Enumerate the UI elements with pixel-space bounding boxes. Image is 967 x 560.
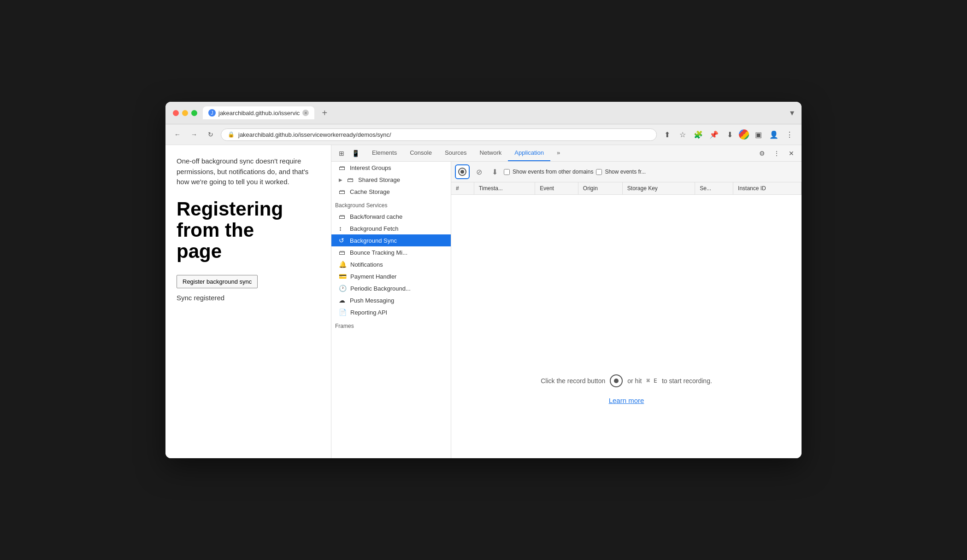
cache-icon: 🗃 [339,213,346,220]
nav-bar: ← → ↻ 🔒 jakearchibald.github.io/isservic… [165,124,802,145]
sidebar-item-bounce-tracking[interactable]: 🗃 Bounce Tracking Mi... [331,246,451,258]
inspect-element-button[interactable]: ⊞ [335,147,348,160]
clear-button[interactable]: ⊘ [472,165,485,178]
tab-application[interactable]: Application [508,145,550,161]
title-bar: J jakearchibald.github.io/isservic × + ▾ [165,102,802,124]
fetch-icon: ↕ [339,225,346,232]
traffic-lights [173,110,197,116]
database-icon: 🗃 [347,176,354,183]
events-table: # Timesta... Event Origin Storage Key Se… [451,182,802,321]
sidebar-item-notifications[interactable]: 🔔 Notifications [331,258,451,270]
devtools-sidebar: 🗃 Interest Groups ▶ 🗃 Shared Storage 🗃 C… [331,162,451,458]
refresh-button[interactable]: ↻ [204,128,217,141]
sync-icon: ↺ [339,237,346,244]
extension-button[interactable]: 🧩 [692,128,705,141]
empty-state-description: Click the record button or hit ⌘ E to st… [541,374,712,387]
pin-button[interactable]: 📌 [708,128,720,141]
device-toggle-button[interactable]: 📱 [349,147,362,160]
google-account-button[interactable] [739,129,749,140]
address-bar[interactable]: 🔒 jakearchibald.github.io/isserviceworke… [221,128,657,141]
database-icon: 🗃 [339,164,346,171]
close-button[interactable] [173,110,179,116]
col-number: # [451,182,474,195]
tab-network[interactable]: Network [473,145,508,161]
sidebar-item-shared-storage[interactable]: ▶ 🗃 Shared Storage [331,174,451,186]
share-button[interactable]: ⬆ [660,128,673,141]
nav-actions: ⬆ ☆ 🧩 📌 ⬇ ▣ 👤 ⋮ [660,128,796,141]
database-icon: 🗃 [339,188,346,195]
frames-header: Frames [331,318,451,331]
sidebar-item-background-sync[interactable]: ↺ Background Sync [331,234,451,246]
sidebar-toggle-button[interactable]: ▣ [752,128,765,141]
tab-title: jakearchibald.github.io/isservic [218,110,300,117]
minimize-button[interactable] [182,110,188,116]
background-services-header: Background Services [331,198,451,210]
devtools-right-buttons: ⚙ ⋮ ✕ [755,147,798,160]
sidebar-item-periodic-background[interactable]: 🕐 Periodic Background... [331,282,451,294]
menu-button[interactable]: ⋮ [783,128,796,141]
show-events-2-checkbox-group: Show events fr... [596,169,646,175]
sidebar-item-push-messaging[interactable]: ☁ Push Messaging [331,294,451,306]
tab-elements[interactable]: Elements [366,145,403,161]
lock-icon: 🔒 [228,131,235,138]
more-options-button[interactable]: ⋮ [770,147,783,160]
show-events-2-checkbox[interactable] [596,169,602,175]
sidebar-item-backforward-cache[interactable]: 🗃 Back/forward cache [331,210,451,222]
col-event: Event [535,182,578,195]
tab-favicon: J [208,109,216,117]
show-events-checkbox-group: Show events from other domains [504,169,593,175]
profile-button[interactable]: 👤 [767,128,780,141]
show-events-checkbox[interactable] [504,169,510,175]
push-icon: ☁ [339,297,346,304]
tab-more[interactable]: » [550,145,566,161]
col-origin: Origin [578,182,622,195]
download-button[interactable]: ⬇ [723,128,736,141]
tab-dropdown-button[interactable]: ▾ [790,108,794,118]
main-content: One-off background sync doesn't require … [165,145,802,458]
tab-bar: J jakearchibald.github.io/isservic × + ▾ [203,106,794,119]
empty-state-text3: to start recording. [662,377,712,385]
tab-close-button[interactable]: × [302,110,309,116]
keyboard-shortcut: ⌘ E [646,377,657,384]
tab-console[interactable]: Console [403,145,438,161]
panel-content: ⊘ ⬇ Show events from other domains Show … [451,162,802,458]
col-se: Se... [695,182,733,195]
sidebar-item-payment-handler[interactable]: 💳 Payment Handler [331,270,451,282]
col-instance-id: Instance ID [733,182,802,195]
devtools-toolbar: ⊞ 📱 Elements Console Sources Network [331,145,802,162]
webpage-description: One-off background sync doesn't require … [177,156,320,187]
sidebar-item-cache-storage[interactable]: 🗃 Cache Storage [331,186,451,198]
show-events-2-label: Show events fr... [605,169,646,175]
empty-state-text2: or hit [627,377,642,385]
sidebar-item-interest-groups[interactable]: 🗃 Interest Groups [331,162,451,174]
new-tab-button[interactable]: + [318,106,331,119]
maximize-button[interactable] [191,110,197,116]
show-events-label: Show events from other domains [513,169,593,175]
tab-sources[interactable]: Sources [438,145,473,161]
bookmark-button[interactable]: ☆ [676,128,689,141]
record-button-dot [460,170,464,174]
forward-button[interactable]: → [188,128,200,141]
reporting-icon: 📄 [339,309,347,316]
settings-button[interactable]: ⚙ [755,147,768,160]
close-devtools-button[interactable]: ✕ [785,147,798,160]
empty-state-text1: Click the record button [541,377,605,385]
panel-toolbar: ⊘ ⬇ Show events from other domains Show … [451,162,802,182]
periodic-icon: 🕐 [339,285,347,292]
sync-status-text: Sync registered [177,294,320,302]
active-tab[interactable]: J jakearchibald.github.io/isservic × [203,106,314,119]
devtools-tabs: Elements Console Sources Network Applica… [366,145,566,161]
record-button-inline-dot [614,379,619,383]
export-button[interactable]: ⬇ [488,165,501,178]
chevron-right-icon: ▶ [339,177,342,182]
empty-state: Click the record button or hit ⌘ E to st… [451,321,802,459]
record-button[interactable] [455,164,470,179]
sidebar-item-background-fetch[interactable]: ↕ Background Fetch [331,222,451,234]
devtools-body: 🗃 Interest Groups ▶ 🗃 Shared Storage 🗃 C… [331,162,802,458]
register-background-sync-button[interactable]: Register background sync [177,275,258,288]
sidebar-item-reporting-api[interactable]: 📄 Reporting API [331,306,451,318]
payment-icon: 💳 [339,273,347,280]
devtools-panel: ⊞ 📱 Elements Console Sources Network [331,145,802,458]
back-button[interactable]: ← [171,128,184,141]
learn-more-link[interactable]: Learn more [609,397,644,404]
